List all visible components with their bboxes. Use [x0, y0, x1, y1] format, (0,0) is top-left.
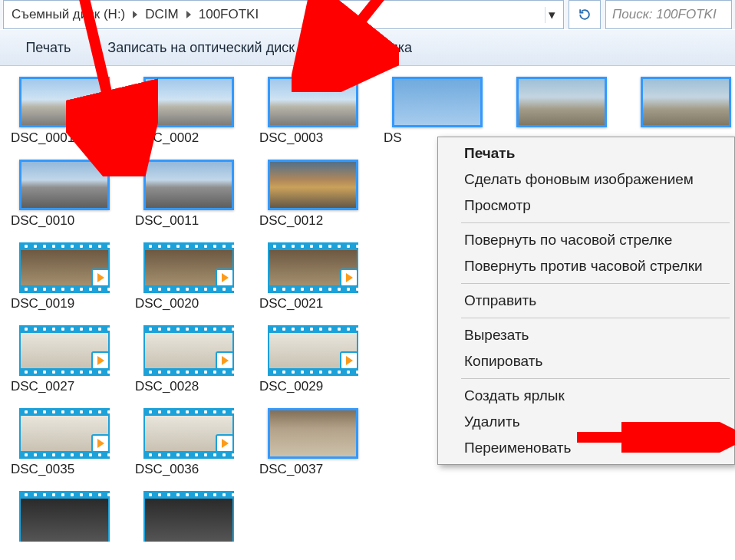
file-item[interactable]: DSC_0036	[135, 408, 242, 477]
file-item[interactable]: DSC_0021	[259, 242, 367, 311]
ctx-create-shortcut[interactable]: Создать ярлык	[440, 383, 733, 409]
breadcrumb-dropdown-icon[interactable]: ▾	[545, 7, 559, 23]
file-item[interactable]	[11, 491, 118, 542]
file-item[interactable]: DSC_0027	[11, 325, 118, 394]
thumbnail-video[interactable]	[19, 325, 110, 376]
file-name: DSC_0001	[11, 130, 118, 146]
ctx-rotate-cw[interactable]: Повернуть по часовой стрелке	[440, 227, 733, 253]
thumbnail-image[interactable]	[19, 77, 110, 127]
chevron-right-icon	[133, 11, 137, 18]
ctx-preview[interactable]: Просмотр	[440, 193, 733, 219]
file-name: DSC_0021	[259, 296, 367, 311]
file-name: DSC_0019	[11, 296, 118, 311]
file-name: DSC_0010	[11, 213, 118, 229]
file-name: DSC_0037	[259, 462, 367, 477]
file-item[interactable]: DSC_0001	[11, 77, 118, 146]
file-item[interactable]: DSC_0035	[11, 408, 118, 477]
thumbnail-video[interactable]	[268, 325, 358, 376]
file-name: DSC_0012	[259, 213, 367, 229]
file-item[interactable]: DSC_0003	[259, 77, 367, 146]
menu-separator	[461, 378, 730, 379]
search-placeholder: Поиск: 100FOTKI	[612, 7, 717, 22]
file-name: DSC_0029	[259, 379, 367, 394]
file-item[interactable]: DSC_0010	[11, 160, 118, 229]
file-item[interactable]	[508, 77, 615, 146]
file-name: DSC_0036	[135, 462, 242, 477]
breadcrumb-dcim[interactable]: DCIM	[142, 7, 181, 22]
thumbnail-image[interactable]	[641, 77, 731, 127]
file-item[interactable]: DSC_0029	[259, 325, 367, 394]
file-item[interactable]: DSC_0019	[11, 242, 118, 311]
thumbnail-video[interactable]	[143, 408, 234, 459]
thumbnail-image[interactable]	[268, 408, 358, 459]
file-name: DSC_0028	[135, 379, 242, 394]
ctx-set-wallpaper[interactable]: Сделать фоновым изображением	[440, 166, 733, 193]
file-item[interactable]: DS	[384, 77, 491, 146]
file-name: DSC_0027	[11, 379, 118, 394]
ctx-print[interactable]: Печать	[440, 140, 733, 166]
chevron-right-icon	[186, 11, 191, 18]
play-icon	[91, 268, 110, 287]
thumbnail-image[interactable]	[268, 160, 358, 210]
file-name: DSC_0011	[135, 213, 242, 229]
thumbnail-image[interactable]	[268, 77, 358, 127]
refresh-button[interactable]	[569, 0, 601, 29]
address-bar: Съемный диск (H:) DCIM 100FOTKI ▾ Поиск:…	[0, 0, 735, 29]
file-item[interactable]: DSC_0012	[259, 160, 367, 229]
breadcrumb-drive[interactable]: Съемный диск (H:)	[8, 7, 128, 22]
play-icon	[91, 351, 110, 370]
file-name: DSC_0002	[135, 130, 242, 146]
toolbar: ь Печать Записать на оптический диск Нов…	[0, 29, 735, 66]
thumbnail-image[interactable]	[143, 160, 234, 210]
refresh-icon	[577, 7, 592, 22]
ctx-delete[interactable]: Удалить	[440, 409, 733, 435]
thumbnail-image[interactable]	[516, 77, 607, 127]
toolbar-burn[interactable]: Записать на оптический диск	[107, 40, 295, 56]
play-icon	[340, 268, 358, 287]
breadcrumb-100fotki[interactable]: 100FOTKI	[196, 7, 262, 22]
file-name: DSC_0020	[135, 296, 242, 311]
ctx-rename[interactable]: Переименовать	[440, 435, 733, 461]
file-item[interactable]: DSC_0037	[259, 408, 367, 477]
file-item[interactable]	[135, 491, 242, 542]
thumbnail-image[interactable]	[143, 77, 234, 127]
toolbar-print[interactable]: Печать	[25, 40, 71, 56]
menu-separator	[461, 283, 730, 284]
play-icon	[216, 268, 234, 287]
menu-separator	[461, 318, 730, 318]
ctx-cut[interactable]: Вырезать	[440, 322, 733, 348]
play-icon	[340, 351, 358, 370]
file-item[interactable]: DSC_0011	[135, 160, 242, 229]
file-item[interactable]	[632, 77, 735, 146]
toolbar-new-folder[interactable]: Новая папка	[331, 40, 412, 56]
thumbnail-video[interactable]	[143, 242, 234, 293]
thumbnail-video[interactable]	[268, 242, 358, 293]
ctx-copy[interactable]: Копировать	[440, 348, 733, 374]
thumbnail-video[interactable]	[19, 408, 110, 459]
breadcrumb[interactable]: Съемный диск (H:) DCIM 100FOTKI ▾	[3, 0, 564, 29]
thumbnail-image[interactable]	[19, 160, 110, 210]
thumbnail-image[interactable]	[392, 77, 483, 127]
play-icon	[216, 351, 234, 370]
file-item[interactable]: DSC_0028	[135, 325, 242, 394]
file-name: DSC_0003	[259, 130, 367, 146]
play-icon	[216, 434, 234, 453]
play-icon	[91, 434, 110, 453]
ctx-rotate-ccw[interactable]: Повернуть против часовой стрелки	[440, 253, 733, 279]
thumbnail-video[interactable]	[143, 491, 234, 542]
file-item[interactable]: DSC_0020	[135, 242, 242, 311]
file-name: DSC_0035	[11, 462, 118, 477]
file-item[interactable]: DSC_0002	[135, 77, 242, 146]
context-menu: Печать Сделать фоновым изображением Прос…	[437, 137, 735, 465]
search-input[interactable]: Поиск: 100FOTKI	[605, 0, 732, 29]
thumbnail-video[interactable]	[19, 242, 110, 293]
menu-separator	[461, 222, 730, 223]
thumbnail-video[interactable]	[143, 325, 234, 376]
ctx-send-to[interactable]: Отправить	[440, 288, 733, 314]
thumbnail-video[interactable]	[19, 491, 110, 542]
